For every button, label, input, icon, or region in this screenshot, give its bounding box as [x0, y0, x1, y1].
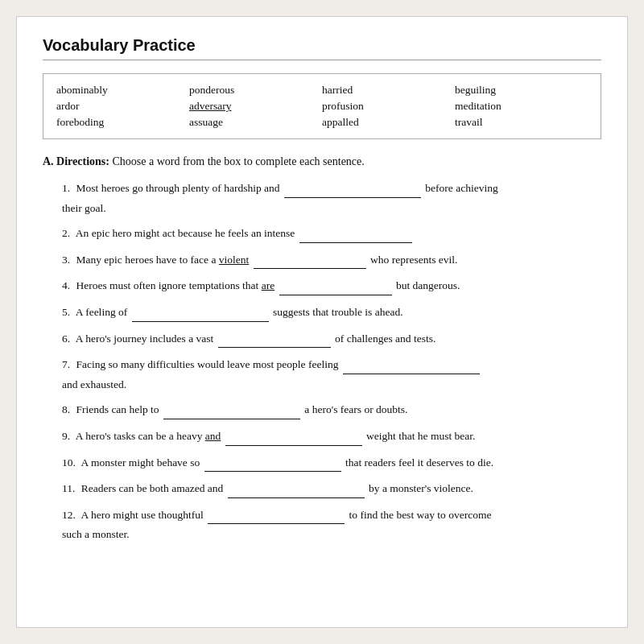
vocab-col-4: beguiling meditation travail	[455, 84, 588, 129]
question-5: 5. A feeling of suggests that trouble is…	[43, 303, 601, 322]
question-3: 3. Many epic heroes have to face a viole…	[43, 251, 601, 270]
questions-list: 1. Most heroes go through plenty of hard…	[43, 180, 601, 543]
blank-7	[343, 356, 480, 374]
blank-8	[163, 401, 300, 419]
question-4: 4. Heroes must often ignore temptations …	[43, 277, 601, 295]
question-1: 1. Most heroes go through plenty of hard…	[43, 180, 601, 217]
blank-12	[208, 506, 345, 525]
question-12: 12. A hero might use thoughtful to find …	[43, 506, 601, 543]
question-8: 8. Friends can help to a hero's fears or…	[43, 401, 601, 419]
vocab-word: ardor	[56, 100, 189, 113]
blank-4	[279, 277, 392, 295]
directions-label: A. Directions:	[43, 155, 109, 167]
blank-10	[204, 454, 341, 473]
blank-1	[284, 180, 421, 198]
vocab-word: appalled	[322, 116, 455, 129]
blank-3	[254, 251, 366, 270]
question-11: 11. Readers can be both amazed and by a …	[43, 480, 601, 498]
vocab-word: meditation	[455, 100, 588, 113]
vocab-box: abominably ardor foreboding ponderous ad…	[43, 73, 601, 139]
vocab-word-harried: harried	[322, 84, 455, 97]
vocab-col-1: abominably ardor foreboding	[56, 84, 189, 129]
vocab-word: foreboding	[56, 116, 189, 129]
blank-6	[218, 330, 331, 349]
question-10: 10. A monster might behave so that reade…	[43, 454, 601, 473]
vocab-word-profusion: profusion	[322, 100, 455, 113]
page: Vocabulary Practice abominably ardor for…	[16, 16, 628, 628]
blank-9	[225, 427, 362, 446]
blank-5	[132, 303, 269, 322]
directions: A. Directions: Choose a word from the bo…	[43, 155, 601, 168]
blank-11	[228, 480, 365, 498]
directions-text: Choose a word from the box to complete e…	[112, 155, 364, 167]
vocab-word: ponderous	[189, 84, 322, 97]
vocab-col-3: harried profusion appalled	[322, 84, 455, 129]
vocab-word-adversary: adversary	[189, 100, 322, 113]
question-9: 9. A hero's tasks can be a heavy and wei…	[43, 427, 601, 446]
page-title: Vocabulary Practice	[43, 36, 601, 60]
vocab-word: assuage	[189, 116, 322, 129]
vocab-word: beguiling	[455, 84, 588, 97]
question-7: 7. Facing so many difficulties would lea…	[43, 356, 601, 393]
blank-2	[299, 225, 412, 243]
vocab-word: travail	[455, 116, 588, 129]
vocab-col-2: ponderous adversary assuage	[189, 84, 322, 129]
vocab-word: abominably	[56, 84, 189, 97]
question-6: 6. A hero's journey includes a vast of c…	[43, 330, 601, 349]
question-2: 2. An epic hero might act because he fee…	[43, 225, 601, 243]
